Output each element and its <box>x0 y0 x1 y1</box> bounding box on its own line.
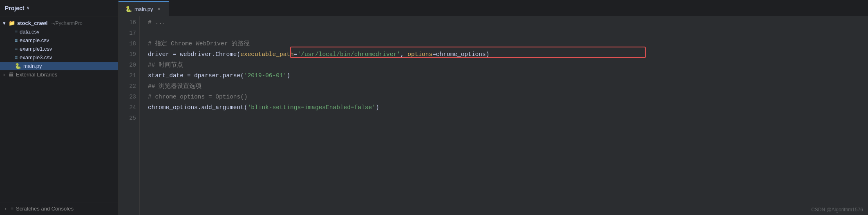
expand-arrow-icon: ▾ <box>2 20 7 26</box>
file-label: example1.csv <box>20 46 52 52</box>
token: =chrome_options) <box>432 51 489 58</box>
line-num: 25 <box>122 113 136 123</box>
code-line-18: # 指定 Chrome WebDriver 的路径 <box>148 38 868 49</box>
scratches-icon: ≡ <box>11 206 13 212</box>
token: , <box>400 51 407 58</box>
sidebar-header: Project ∨ <box>0 0 118 16</box>
file-label: example.csv <box>20 37 49 43</box>
token: driver = webdriver.Chrome( <box>148 51 240 58</box>
file-label: main.py <box>23 63 42 69</box>
csv-file-icon: ≡ <box>15 29 18 35</box>
line-num: 21 <box>122 70 136 81</box>
csv-file-icon: ≡ <box>15 38 18 43</box>
code-line-16: # ... <box>148 17 868 28</box>
sidebar: Project ∨ ▾ 📁 stock_crawl ~/PycharmPro ≡… <box>0 0 119 215</box>
code-editor[interactable]: 16 17 18 19 20 21 22 23 24 25 # ... # 指定… <box>119 16 868 215</box>
sidebar-item-scratches-consoles[interactable]: › ≡ Scratches and Consoles <box>0 202 118 215</box>
code-line-24: chrome_options.add_argument('blink-setti… <box>148 102 868 113</box>
line-num: 22 <box>122 81 136 92</box>
sidebar-item-data-csv[interactable]: ≡ data.csv <box>0 27 118 36</box>
sidebar-title: Project <box>5 5 24 11</box>
line-num: 23 <box>122 92 136 102</box>
code-line-17 <box>148 28 868 38</box>
tab-label: main.py <box>134 6 153 12</box>
item-label: External Libraries <box>16 72 57 78</box>
line-num: 18 <box>122 38 136 49</box>
tab-close-button[interactable]: ✕ <box>156 6 162 12</box>
py-file-icon: 🐍 <box>15 63 21 69</box>
csv-file-icon: ≡ <box>15 55 18 60</box>
token: # ... <box>148 19 166 26</box>
expand-arrow-icon: › <box>2 72 7 78</box>
csv-file-icon: ≡ <box>15 46 18 52</box>
editor-area: 🐍 main.py ✕ 16 17 18 19 20 21 22 23 24 2… <box>119 0 868 215</box>
token: start_date = dparser.parse( <box>148 72 244 79</box>
line-num: 17 <box>122 28 136 38</box>
folder-label: stock_crawl <box>17 20 47 26</box>
scratches-label: Scratches and Consoles <box>16 206 74 212</box>
code-content: # ... # 指定 Chrome WebDriver 的路径 driver =… <box>140 16 868 215</box>
code-line-21: start_date = dparser.parse('2019-06-01') <box>148 70 868 81</box>
sidebar-item-stock-crawl[interactable]: ▾ 📁 stock_crawl ~/PycharmPro <box>0 19 118 27</box>
file-label: example3.csv <box>20 54 52 60</box>
line-num: 19 <box>122 49 136 60</box>
watermark: CSDN @Algorithm1576 <box>811 207 863 213</box>
sidebar-item-example3-csv[interactable]: ≡ example3.csv <box>0 53 118 62</box>
folder-path: ~/PycharmPro <box>51 20 82 26</box>
token: # chrome_options = Options() <box>148 94 248 100</box>
folder-icon: 📁 <box>9 20 15 26</box>
file-tree: ▾ 📁 stock_crawl ~/PycharmPro ≡ data.csv … <box>0 16 118 202</box>
code-line-23: # chrome_options = Options() <box>148 92 868 102</box>
code-line-19: driver = webdriver.Chrome(executable_pat… <box>148 49 868 60</box>
code-line-22: ## 浏览器设置选项 <box>148 81 868 92</box>
token: '2019-06-01' <box>244 72 286 79</box>
sidebar-bottom: › ≡ Scratches and Consoles <box>0 202 118 215</box>
tab-bar: 🐍 main.py ✕ <box>119 0 868 16</box>
py-tab-icon: 🐍 <box>125 6 132 12</box>
code-line-20: ## 时间节点 <box>148 60 868 70</box>
token: # 指定 Chrome WebDriver 的路径 <box>148 40 250 47</box>
line-num: 16 <box>122 17 136 28</box>
token: 'blink-settings=imagesEnabled=false' <box>248 104 376 111</box>
token: executable_path <box>240 51 294 58</box>
tab-main-py[interactable]: 🐍 main.py ✕ <box>119 1 169 16</box>
chevron-down-icon: ∨ <box>27 5 29 11</box>
line-numbers: 16 17 18 19 20 21 22 23 24 25 <box>119 16 140 215</box>
sidebar-item-example1-csv[interactable]: ≡ example1.csv <box>0 45 118 53</box>
token: chrome_options.add_argument( <box>148 104 248 111</box>
file-label: data.csv <box>20 29 39 35</box>
token: options <box>407 51 432 58</box>
code-line-25 <box>148 113 868 123</box>
line-num: 24 <box>122 102 136 113</box>
token: ) <box>376 104 379 111</box>
sidebar-item-main-py[interactable]: 🐍 main.py <box>0 62 118 70</box>
sidebar-item-example-csv[interactable]: ≡ example.csv <box>0 36 118 45</box>
line-num: 20 <box>122 60 136 70</box>
sidebar-item-external-libraries[interactable]: › 🏛 External Libraries <box>0 70 118 79</box>
library-icon: 🏛 <box>9 72 14 78</box>
token: ## 浏览器设置选项 <box>148 83 201 90</box>
token: ## 时间节点 <box>148 62 183 68</box>
expand-arrow-icon: › <box>3 206 8 212</box>
token: '/usr/local/bin/chromedriver' <box>297 51 400 58</box>
token: ) <box>286 72 290 79</box>
